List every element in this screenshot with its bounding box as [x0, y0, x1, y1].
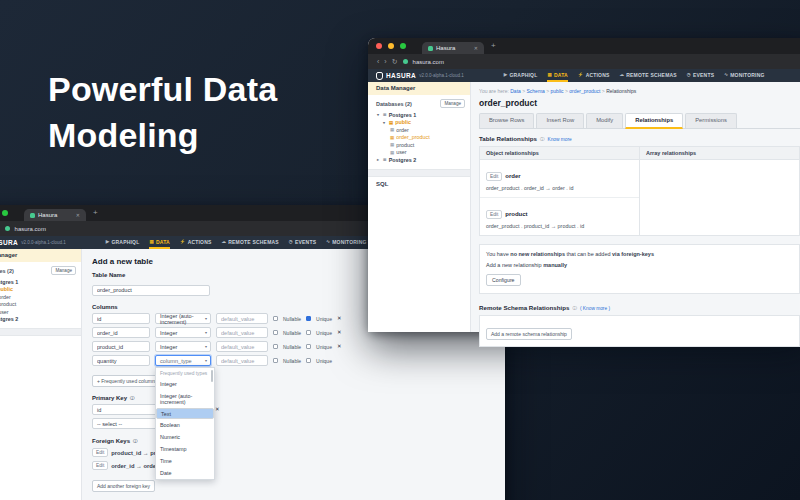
column-type-select[interactable]: Integer▾ [155, 341, 211, 352]
sidebar-item-sql[interactable]: SQL [368, 177, 470, 187]
tab-permissions[interactable]: Permissions [685, 113, 737, 128]
minimize-window-icon[interactable] [388, 43, 394, 49]
column-default-input[interactable] [216, 355, 268, 366]
manage-button[interactable]: Manage [440, 99, 465, 108]
dropdown-option[interactable]: Numeric [156, 431, 214, 443]
sidebar-item-user[interactable]: ▦user [0, 308, 81, 316]
scrollbar-thumb[interactable] [211, 370, 213, 382]
browser-tab[interactable]: Hasura ✕ [422, 42, 484, 54]
nav-data[interactable]: ▦DATA [547, 69, 567, 82]
sidebar-item-order-product[interactable]: ▦order_product [368, 134, 470, 142]
sidebar-title: Data Manager [0, 249, 81, 262]
sidebar-item-order[interactable]: ▦order [368, 126, 470, 134]
frequently-used-columns-button[interactable]: + Frequently used columns [92, 375, 162, 387]
new-tab-button[interactable]: + [491, 42, 496, 50]
column-type-select[interactable]: Integer (auto-increment)▾ [155, 313, 211, 324]
tab-modify[interactable]: Modify [586, 113, 623, 128]
unique-checkbox[interactable] [306, 316, 311, 321]
edit-button[interactable]: Edit [92, 461, 108, 470]
breadcrumb-link[interactable]: Data [510, 88, 521, 94]
window-controls[interactable] [0, 210, 8, 216]
table-name-input[interactable] [92, 285, 210, 296]
nullable-checkbox[interactable] [273, 330, 278, 335]
sidebar-item-public[interactable]: ▾▤public [0, 286, 81, 294]
close-tab-icon[interactable]: ✕ [474, 45, 478, 51]
sidebar-item-postgres-1[interactable]: ▾≣Postgres 1 [368, 111, 470, 119]
forward-icon[interactable]: › [384, 58, 386, 65]
nav-events[interactable]: ◷EVENTS [289, 236, 316, 249]
column-type-select[interactable]: Integer▾ [155, 327, 211, 338]
manage-button[interactable]: Manage [51, 266, 76, 275]
know-more-link[interactable]: ( Know more ) [580, 306, 610, 311]
column-default-input[interactable] [216, 327, 268, 338]
url-text[interactable]: hasura.com [413, 59, 444, 65]
sidebar-item-product[interactable]: ▦product [0, 301, 81, 309]
breadcrumb-link[interactable]: order_product [569, 88, 600, 94]
dropdown-option[interactable]: Boolean [156, 419, 214, 431]
dropdown-option[interactable]: Time [156, 455, 214, 467]
tab-insert-row[interactable]: Insert Row [536, 113, 584, 128]
nav-remote-schemas[interactable]: ☁REMOTE SCHEMAS [620, 69, 677, 82]
sidebar-item-product[interactable]: ▦product [368, 141, 470, 149]
column-name-input[interactable] [92, 313, 150, 324]
edit-button[interactable]: Edit [486, 172, 502, 181]
dropdown-option[interactable]: Timestamp [156, 443, 214, 455]
nav-monitoring[interactable]: ∿MONITORING [724, 69, 764, 82]
browser-tab[interactable]: Hasura ✕ [24, 209, 86, 221]
edit-button[interactable]: Edit [486, 210, 502, 219]
column-name-input[interactable] [92, 355, 150, 366]
remove-column-icon[interactable]: ✕ [337, 344, 342, 349]
column-type-menu[interactable]: Frequently used typesIntegerInteger (aut… [155, 367, 215, 480]
breadcrumb-link[interactable]: Schema [527, 88, 545, 94]
url-text[interactable]: hasura.com [15, 226, 46, 232]
nav-actions[interactable]: ⚡ACTIONS [578, 69, 610, 82]
unique-checkbox[interactable] [306, 358, 311, 363]
new-tab-button[interactable]: + [93, 209, 98, 217]
remove-column-icon[interactable]: ✕ [337, 330, 342, 335]
column-name-input[interactable] [92, 341, 150, 352]
dropdown-option[interactable]: Date [156, 467, 214, 479]
nullable-checkbox[interactable] [273, 344, 278, 349]
nav-remote-schemas[interactable]: ☁REMOTE SCHEMAS [222, 236, 279, 249]
zoom-window-icon[interactable] [2, 210, 8, 216]
sidebar-item-postgres-2[interactable]: ▸≣Postgres 2 [368, 156, 470, 164]
nav-data[interactable]: ▦DATA [149, 236, 169, 249]
tab-relationships[interactable]: Relationships [625, 113, 683, 129]
remove-primary-key-icon[interactable]: ✕ [215, 407, 220, 412]
close-window-icon[interactable] [376, 43, 382, 49]
add-remote-schema-relationship-button[interactable]: Add a remote schema relationship [486, 328, 572, 340]
close-tab-icon[interactable]: ✕ [76, 212, 80, 218]
unique-checkbox[interactable] [306, 330, 311, 335]
nav-graphiql[interactable]: ▶GRAPHIQL [106, 236, 140, 249]
dropdown-option[interactable]: Text [156, 408, 214, 419]
sidebar-item-postgres-1[interactable]: ▾≣Postgres 1 [0, 278, 81, 286]
nav-events[interactable]: ◷EVENTS [687, 69, 714, 82]
configure-button[interactable]: Configure [486, 274, 521, 286]
add-foreign-key-button[interactable]: Add another foreign key [92, 480, 155, 492]
sidebar-item-public[interactable]: ▾▤public [368, 119, 470, 127]
nav-graphiql[interactable]: ▶GRAPHIQL [504, 69, 538, 82]
column-type-select-open[interactable]: column_type▾ Frequently used typesIntege… [155, 355, 211, 366]
dropdown-option[interactable]: Integer [156, 378, 214, 390]
reload-icon[interactable]: ↻ [392, 58, 398, 65]
sidebar-item-postgres-2[interactable]: ▸≣Postgres 2 [0, 316, 81, 324]
nav-actions[interactable]: ⚡ACTIONS [180, 236, 212, 249]
know-more-link[interactable]: Know more [548, 137, 572, 142]
sidebar-item-user[interactable]: ▦user [368, 149, 470, 157]
back-icon[interactable]: ‹ [377, 58, 379, 65]
window-controls[interactable] [376, 43, 406, 49]
nullable-checkbox[interactable] [273, 358, 278, 363]
column-name-input[interactable] [92, 327, 150, 338]
remove-column-icon[interactable]: ✕ [337, 316, 342, 321]
tab-browse-rows[interactable]: Browse Rows [479, 113, 534, 128]
nav-monitoring[interactable]: ∿MONITORING [326, 236, 366, 249]
sidebar-item-order[interactable]: ▦order [0, 293, 81, 301]
nullable-checkbox[interactable] [273, 316, 278, 321]
edit-button[interactable]: Edit [92, 448, 108, 457]
dropdown-option[interactable]: Integer (auto-increment) [156, 390, 214, 408]
breadcrumb-link[interactable]: public [551, 88, 564, 94]
zoom-window-icon[interactable] [400, 43, 406, 49]
column-default-input[interactable] [216, 313, 268, 324]
unique-checkbox[interactable] [306, 344, 311, 349]
column-default-input[interactable] [216, 341, 268, 352]
